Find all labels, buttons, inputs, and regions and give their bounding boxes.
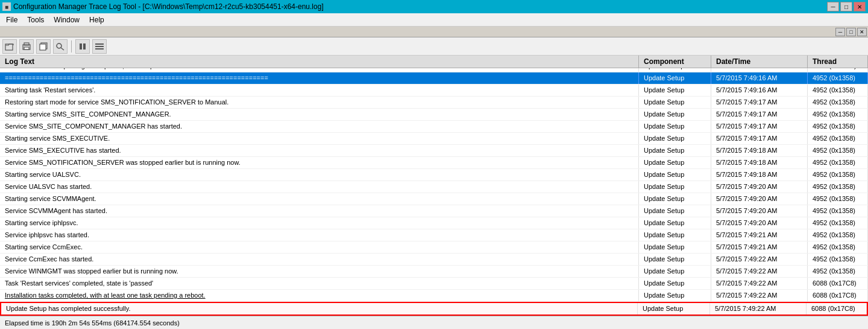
svg-rect-12 [95,48,104,50]
menu-help[interactable]: Help [84,14,109,25]
cell-datetime: 5/7/2015 7:49:22 AM [710,303,807,315]
inner-title-bar: ─ □ ✕ [0,27,868,37]
table-body[interactable]: Task 'Create server package' completed, … [0,68,868,316]
svg-rect-5 [40,44,46,50]
cell-thread: 4952 (0x1358) [808,109,868,120]
table-row[interactable]: Starting service SCVMMAgent.Update Setup… [0,193,868,205]
table-row[interactable]: Task 'Create server package' completed, … [0,68,868,72]
cell-datetime: 5/7/2015 7:49:18 AM [711,157,808,168]
cell-component: Update Setup [639,278,711,289]
menu-file[interactable]: File [1,14,22,25]
col-header-datetime[interactable]: Date/Time [711,56,808,68]
restore-button[interactable]: □ [840,2,852,11]
cell-component: Update Setup [639,72,711,84]
table-row[interactable]: Starting service iphlpsvc.Update Setup5/… [0,217,868,229]
cell-thread: 4952 (0x1358) [808,133,868,144]
cell-component: Update Setup [639,133,711,144]
cell-logtext: Restoring start mode for service SMS_NOT… [0,97,639,108]
view-button[interactable] [92,39,107,54]
svg-rect-9 [83,43,86,50]
cell-thread: 4952 (0x1358) [808,205,868,217]
table-row[interactable]: Starting service CcmExec.Update Setup5/7… [0,241,868,254]
cell-component: Update Setup [639,290,711,301]
cell-thread: 4952 (0x1358) [808,145,868,156]
cell-component: Update Setup [639,85,711,96]
title-bar-left: ■ Configuration Manager Trace Log Tool -… [2,2,324,11]
table-row[interactable]: Starting service SMS_SITE_COMPONENT_MANA… [0,109,868,121]
table-row[interactable]: Task 'Restart services' completed, state… [0,278,868,290]
svg-rect-2 [24,43,29,45]
cell-datetime: 5/7/2015 7:49:18 AM [711,145,808,156]
menu-window[interactable]: Window [49,14,84,25]
cell-thread: 4952 (0x1358) [808,241,868,253]
cell-logtext: Starting service SCVMMAgent. [0,193,639,205]
table-row[interactable]: Service UALSVC has started.Update Setup5… [0,181,868,193]
cell-datetime: 5/7/2015 7:49:22 AM [711,290,808,301]
minimize-button[interactable]: ─ [827,2,839,11]
table-row[interactable]: Installation tasks completed, with at le… [0,290,868,302]
main-content: Log Text Component Date/Time Thread Task… [0,56,868,316]
col-header-logtext[interactable]: Log Text [0,56,639,68]
cell-thread: 6088 (0x17C8) [807,303,867,315]
cell-component: Update Setup [639,145,711,156]
table-row[interactable]: Service SCVMMAgent has started.Update Se… [0,205,868,217]
cell-thread: 6088 (0x17C8) [808,290,868,301]
find-button[interactable] [53,39,68,54]
table-row[interactable]: Update Setup has completed successfully.… [0,302,868,316]
table-row[interactable]: Service SMS_EXECUTIVE has started.Update… [0,145,868,157]
table-row[interactable]: Service iphlpsvc has started.Update Setu… [0,229,868,241]
col-header-component[interactable]: Component [639,56,711,68]
table-row[interactable]: Restoring start mode for service SMS_NOT… [0,97,868,109]
cell-datetime: 5/7/2015 7:49:16 AM [711,68,808,72]
table-row[interactable]: Service CcmExec has started.Update Setup… [0,254,868,266]
close-button[interactable]: ✕ [854,2,866,11]
cell-component: Update Setup [639,157,711,168]
inner-close-button[interactable]: ✕ [857,28,867,36]
table-row[interactable]: Starting service SMS_EXECUTIVE.Update Se… [0,133,868,145]
cell-logtext: Update Setup has completed successfully. [1,303,638,315]
copy-button[interactable] [36,39,51,54]
menu-tools[interactable]: Tools [22,14,49,25]
cell-component: Update Setup [638,303,710,315]
cell-thread: 4952 (0x1358) [808,193,868,205]
inner-restore-button[interactable]: □ [846,28,856,36]
cell-component: Update Setup [639,97,711,108]
cell-datetime: 5/7/2015 7:49:16 AM [711,72,808,84]
cell-thread: 6088 (0x17C8) [808,68,868,72]
cell-component: Update Setup [639,169,711,180]
cell-logtext: Service SMS_NOTIFICATION_SERVER was stop… [0,157,639,168]
cell-component: Update Setup [639,193,711,205]
cell-thread: 4952 (0x1358) [808,85,868,96]
cell-datetime: 5/7/2015 7:49:20 AM [711,217,808,229]
cell-component: Update Setup [639,254,711,265]
pause-button[interactable] [75,39,90,54]
cell-component: Update Setup [639,109,711,120]
cell-component: Update Setup [639,205,711,217]
table-row[interactable]: Service SMS_SITE_COMPONENT_MANAGER has s… [0,121,868,133]
table-row[interactable]: Starting task 'Restart services'.Update … [0,85,868,97]
cell-datetime: 5/7/2015 7:49:16 AM [711,85,808,96]
table-row[interactable]: Service WINMGMT was stopped earlier but … [0,266,868,278]
cell-thread: 6088 (0x17C8) [808,278,868,289]
table-row[interactable]: ========================================… [0,72,868,85]
cell-logtext: Starting task 'Restart services'. [0,85,639,96]
cell-datetime: 5/7/2015 7:49:17 AM [711,97,808,108]
print-button[interactable] [19,39,34,54]
svg-line-7 [61,48,64,50]
svg-rect-11 [95,46,104,47]
table-row[interactable]: Service SMS_NOTIFICATION_SERVER was stop… [0,157,868,169]
cell-logtext: Service SCVMMAgent has started. [0,205,639,217]
cell-thread: 4952 (0x1358) [808,217,868,229]
open-file-button[interactable] [2,39,17,54]
toolbar [0,37,868,56]
title-bar: ■ Configuration Manager Trace Log Tool -… [0,0,868,13]
cell-component: Update Setup [639,181,711,193]
table-row[interactable]: Starting service UALSVC.Update Setup5/7/… [0,169,868,181]
cell-datetime: 5/7/2015 7:49:20 AM [711,193,808,205]
col-header-thread[interactable]: Thread [808,56,868,68]
inner-minimize-button[interactable]: ─ [835,28,845,36]
cell-logtext: Service iphlpsvc has started. [0,229,639,241]
svg-rect-10 [95,43,104,45]
title-bar-buttons: ─ □ ✕ [827,2,866,11]
cell-logtext: Service SMS_SITE_COMPONENT_MANAGER has s… [0,121,639,132]
